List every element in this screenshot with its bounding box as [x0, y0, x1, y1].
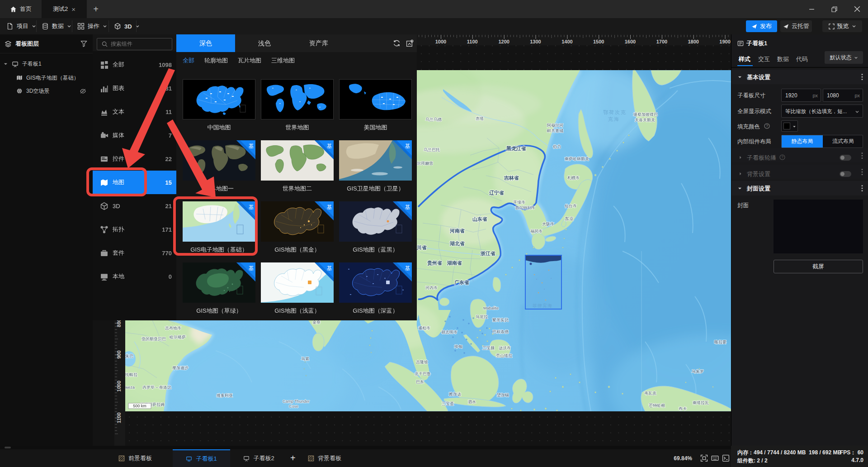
svg-text:泗水: 泗水	[468, 400, 476, 404]
svg-text:鄂荷次克: 鄂荷次克	[603, 110, 627, 115]
svg-text:三宝颜: 三宝颜	[482, 346, 495, 350]
svg-text:三宝垄: 三宝垄	[442, 401, 454, 406]
svg-text:Camp Thunder: Camp Thunder	[283, 399, 310, 404]
svg-text:吉林省: 吉林省	[504, 175, 519, 181]
svg-text:黑龙江省: 黑龙江省	[506, 146, 526, 151]
svg-text:摩加迪沙: 摩加迪沙	[172, 366, 189, 370]
svg-text:广东省: 广东省	[454, 280, 469, 285]
svg-text:喀拉要: 喀拉要	[714, 340, 726, 344]
svg-text:河内市: 河内市	[425, 286, 438, 290]
svg-text:马累: 马累	[301, 357, 309, 361]
svg-text:吉布地市: 吉布地市	[165, 326, 181, 330]
svg-text:湖北省: 湖北省	[449, 241, 465, 246]
svg-text:基: 基	[405, 265, 410, 272]
svg-text:尔拜赫雷: 尔拜赫雷	[416, 161, 433, 166]
svg-text:500 km: 500 km	[133, 404, 146, 408]
svg-text:基: 基	[327, 143, 332, 149]
svg-text:平壤市: 平壤市	[513, 200, 525, 205]
svg-text:基: 基	[249, 143, 254, 149]
svg-text:金奈: 金奈	[312, 320, 321, 324]
svg-text:1700: 1700	[656, 39, 667, 44]
svg-text:马朱罗: 马朱罗	[692, 369, 704, 374]
svg-text:坎帕拉: 坎帕拉	[125, 372, 137, 377]
svg-text:川省: 川省	[416, 245, 427, 250]
svg-text:繁牙实比: 繁牙实比	[492, 318, 509, 322]
svg-text:1100: 1100	[116, 412, 122, 423]
svg-text:亚的斯亚贝巴: 亚的斯亚贝巴	[142, 337, 166, 341]
svg-text:1900: 1900	[719, 39, 730, 44]
svg-text:weza: weza	[125, 385, 135, 390]
svg-text:1600: 1600	[625, 39, 636, 44]
svg-text:阿穆尔河: 阿穆尔河	[547, 123, 563, 128]
svg-text:马尼拉: 马尼拉	[476, 315, 488, 319]
svg-text:?: ?	[766, 124, 768, 128]
svg-text:1100: 1100	[467, 39, 478, 44]
svg-text:湖南省: 湖南省	[447, 260, 462, 266]
svg-text:雅加达: 雅加达	[448, 392, 461, 396]
svg-text:贵州省: 贵州省	[427, 260, 442, 266]
svg-text:1300: 1300	[530, 39, 541, 44]
svg-text:?: ?	[781, 155, 783, 159]
svg-text:乌兰巴托: 乌兰巴托	[424, 148, 440, 152]
svg-text:赤塔: 赤塔	[476, 116, 484, 121]
svg-text:内罗毕 – 奈洛比: 内罗毕 – 奈洛比	[142, 385, 171, 390]
svg-text:北干巴鲁: 北干巴鲁	[415, 372, 431, 376]
svg-text:1500: 1500	[593, 39, 604, 44]
svg-text:克海: 克海	[608, 116, 620, 122]
svg-text:伯力: 伯力	[552, 144, 561, 149]
svg-text:胡志明市: 胡志明市	[441, 330, 458, 334]
svg-text:基: 基	[249, 265, 254, 272]
svg-text:1000: 1000	[435, 39, 446, 44]
svg-text:河南省: 河南省	[449, 228, 465, 234]
svg-text:堪察加彼得巴: 堪察加彼得巴	[633, 112, 658, 117]
svg-text:哈尔格萨: 哈尔格萨	[170, 335, 186, 339]
svg-text:坤甸: 坤甸	[454, 344, 462, 349]
svg-text:Cove: Cove	[289, 404, 298, 409]
svg-text:辽宁省: 辽宁省	[489, 190, 504, 195]
svg-text:韦瓦克: 韦瓦克	[644, 391, 656, 396]
svg-text:南萨哈林斯克: 南萨哈林斯克	[565, 157, 589, 161]
svg-text:首尔特别市: 首尔特别市	[515, 205, 535, 210]
svg-text:望加锡: 望加锡	[497, 393, 509, 397]
svg-text:仙台市: 仙台市	[564, 204, 577, 208]
svg-text:巴科洛德: 巴科洛德	[492, 329, 509, 334]
svg-text:大阪市: 大阪市	[542, 222, 554, 226]
svg-text:1800: 1800	[688, 39, 698, 44]
svg-text:夫洛夫斯克: 夫洛夫斯克	[635, 118, 655, 122]
svg-text:900: 900	[116, 350, 122, 358]
svg-text:布卡: 布卡	[679, 406, 687, 411]
svg-text:吉隆坡: 吉隆坡	[416, 360, 428, 364]
svg-text:基: 基	[405, 143, 410, 149]
svg-text:乌兰乌德: 乌兰乌德	[425, 117, 442, 122]
svg-text:基: 基	[327, 265, 332, 272]
svg-text:山东省: 山东省	[472, 216, 487, 222]
svg-text:Mabalite: Mabalite	[483, 306, 499, 310]
svg-text:1000: 1000	[116, 381, 122, 391]
svg-text:劳山塔拉: 劳山塔拉	[496, 353, 512, 358]
svg-text:札幌市: 札幌市	[567, 176, 580, 180]
svg-text:福冈市: 福冈市	[530, 229, 542, 234]
svg-text:1200: 1200	[498, 39, 509, 44]
svg-text:基: 基	[405, 204, 410, 210]
svg-text:菲律宾海: 菲律宾海	[532, 303, 552, 308]
svg-text:维多利亚: 维多利亚	[217, 393, 233, 398]
svg-text:东京: 东京	[565, 216, 574, 221]
svg-text:达沃市: 达沃市	[499, 346, 511, 350]
svg-text:朱巴: 朱巴	[125, 354, 133, 358]
svg-text:南塔拉瓦: 南塔拉瓦	[693, 400, 709, 405]
svg-text:浙江省: 浙江省	[480, 251, 495, 256]
svg-text:暹粒市: 暹粒市	[418, 326, 430, 330]
svg-text:基: 基	[249, 204, 254, 210]
svg-text:1400: 1400	[561, 39, 572, 44]
svg-text:芒特哈根: 芒特哈根	[649, 403, 665, 408]
svg-text:巴东: 巴东	[416, 380, 424, 384]
svg-text:畔共青城: 畔共青城	[547, 129, 563, 133]
svg-text:基: 基	[327, 204, 332, 210]
